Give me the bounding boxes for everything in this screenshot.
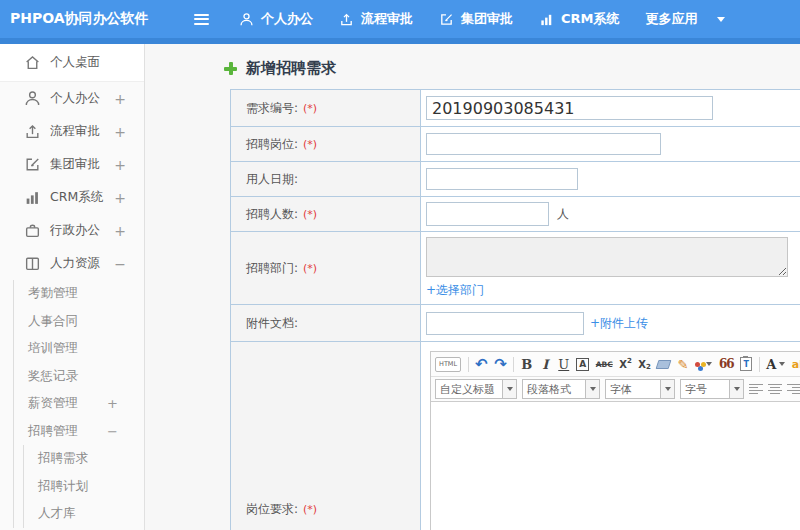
editor-content-area[interactable] xyxy=(431,402,800,530)
sidebar-item-rewards[interactable]: 奖惩记录 xyxy=(14,363,144,391)
font-size-select[interactable]: 字号 xyxy=(680,379,744,399)
align-right-button[interactable] xyxy=(787,383,800,396)
eraser-icon xyxy=(656,360,672,369)
align-center-button[interactable] xyxy=(768,383,782,396)
sidebar-item-label: 个人办公 xyxy=(50,90,100,107)
headcount-input[interactable] xyxy=(426,202,549,226)
required-mark: (*) xyxy=(303,208,317,221)
sidebar-item-attendance[interactable]: 考勤管理 xyxy=(14,280,144,308)
caret-down-icon xyxy=(660,380,674,398)
required-mark: (*) xyxy=(303,138,317,151)
expand-icon[interactable]: + xyxy=(114,157,126,173)
expand-icon[interactable]: + xyxy=(114,124,126,140)
form-row-requirements: 岗位要求:(*) HTML ↶ ↷ B I U A ABC X2 xyxy=(231,342,800,530)
header-accent-strip xyxy=(0,38,800,44)
sidebar-item-label: 人力资源 xyxy=(50,255,100,272)
briefcase-icon xyxy=(24,222,41,239)
font-color-button[interactable]: A xyxy=(766,355,785,373)
department-textarea[interactable] xyxy=(426,237,788,277)
required-mark: (*) xyxy=(303,503,317,516)
nav-crm-system[interactable]: CRM系统 xyxy=(539,10,620,28)
caret-down-icon xyxy=(729,380,743,398)
field-label: 附件文档: xyxy=(246,316,298,330)
font-family-select[interactable]: 字体 xyxy=(605,379,675,399)
demand-no-input[interactable] xyxy=(426,96,713,120)
sidebar-item-recruit-mgmt[interactable]: 招聘管理− xyxy=(14,418,144,446)
book-icon xyxy=(24,255,41,272)
nav-workflow-approval[interactable]: 流程审批 xyxy=(339,10,413,28)
paste-button[interactable]: T xyxy=(740,357,752,371)
align-left-button[interactable] xyxy=(749,383,763,396)
position-input[interactable] xyxy=(426,133,661,155)
redo-button[interactable]: ↷ xyxy=(494,355,507,373)
collapse-icon[interactable]: − xyxy=(107,424,118,439)
undo-button[interactable]: ↶ xyxy=(475,355,488,373)
sidebar-item-personal-office[interactable]: 个人办公 + xyxy=(0,82,144,115)
eraser-button[interactable] xyxy=(657,355,670,373)
expand-icon[interactable]: + xyxy=(114,91,126,107)
heading-select[interactable]: 自定义标题 xyxy=(435,379,517,399)
field-label: 招聘部门: xyxy=(246,261,298,275)
font-style-button[interactable]: A xyxy=(576,358,589,371)
date-input[interactable] xyxy=(426,168,578,190)
sidebar-item-group-approval[interactable]: 集团审批 + xyxy=(0,148,144,181)
sidebar-item-admin-office[interactable]: 行政办公 + xyxy=(0,214,144,247)
sidebar-item-hr[interactable]: 人力资源 − xyxy=(0,247,144,280)
form-row-position: 招聘岗位:(*) xyxy=(231,127,800,162)
color-palette-button[interactable] xyxy=(695,355,712,373)
required-mark: (*) xyxy=(303,102,317,115)
sidebar-item-recruit-demand[interactable]: 招聘需求 xyxy=(24,445,144,473)
subscript-button[interactable]: X2 xyxy=(638,355,651,373)
sidebar-item-talent-pool[interactable]: 人才库 xyxy=(24,500,144,528)
html-source-button[interactable]: HTML xyxy=(435,357,461,372)
sidebar-item-label: 行政办公 xyxy=(50,222,100,239)
form-row-headcount: 招聘人数:(*) 人 xyxy=(231,197,800,232)
sidebar-item-hr-contract[interactable]: 人事合同 xyxy=(14,308,144,336)
attachment-input[interactable] xyxy=(426,312,584,335)
bar-chart-icon xyxy=(539,12,554,27)
superscript-button[interactable]: X2 xyxy=(619,355,632,373)
caret-down-icon xyxy=(717,17,725,22)
top-nav: 个人办公 流程审批 集团审批 CRM系统 更多应用 xyxy=(239,10,751,28)
form-row-department: 招聘部门:(*) +选择部门 xyxy=(231,232,800,305)
sidebar-item-recruit-plan[interactable]: 招聘计划 xyxy=(24,473,144,501)
workflow-icon xyxy=(24,123,41,140)
highlight-button[interactable]: ab xyxy=(792,355,800,373)
collapse-icon[interactable]: − xyxy=(114,256,126,272)
sidebar-item-training[interactable]: 培训管理 xyxy=(14,335,144,363)
bold-button[interactable]: B xyxy=(521,355,533,373)
underline-button[interactable]: U xyxy=(558,355,570,373)
expand-icon[interactable]: + xyxy=(107,396,118,411)
caret-down-icon xyxy=(779,362,785,366)
hamburger-menu-icon[interactable] xyxy=(194,14,209,25)
sidebar-item-crm[interactable]: CRM系统 + xyxy=(0,181,144,214)
select-department-link[interactable]: +选择部门 xyxy=(426,282,484,299)
palette-icon xyxy=(695,362,700,367)
format-brush-button[interactable]: ✎ xyxy=(677,355,689,373)
page-title: 新增招聘需求 xyxy=(246,59,336,78)
expand-icon[interactable]: + xyxy=(114,190,126,206)
home-icon xyxy=(24,54,41,71)
field-label: 岗位要求: xyxy=(246,502,298,516)
expand-icon[interactable]: + xyxy=(114,223,126,239)
form-row-demand-no: 需求编号:(*) xyxy=(231,90,800,127)
blockquote-button[interactable]: 66 xyxy=(719,355,734,373)
sidebar-item-salary[interactable]: 薪资管理+ xyxy=(14,390,144,418)
nav-more-apps[interactable]: 更多应用 xyxy=(646,10,725,28)
attachment-upload-link[interactable]: +附件上传 xyxy=(590,315,648,332)
toolbar-separator xyxy=(468,357,469,372)
sidebar-item-desktop[interactable]: 个人桌面 xyxy=(0,44,144,82)
workflow-icon xyxy=(339,12,354,27)
field-label: 招聘人数: xyxy=(246,207,298,221)
nav-group-approval[interactable]: 集团审批 xyxy=(439,10,513,28)
italic-button[interactable]: I xyxy=(539,355,551,373)
sidebar-item-label: 流程审批 xyxy=(50,123,100,140)
bar-chart-icon xyxy=(24,189,41,206)
paragraph-format-select[interactable]: 段落格式 xyxy=(522,379,600,399)
strikethrough-button[interactable]: ABC xyxy=(596,355,613,373)
form-row-date: 用人日期: xyxy=(231,162,800,197)
app-title: PHPOA协同办公软件 xyxy=(0,10,194,28)
nav-personal-office[interactable]: 个人办公 xyxy=(239,10,313,28)
sidebar-item-workflow-approval[interactable]: 流程审批 + xyxy=(0,115,144,148)
caret-down-icon xyxy=(706,362,712,366)
